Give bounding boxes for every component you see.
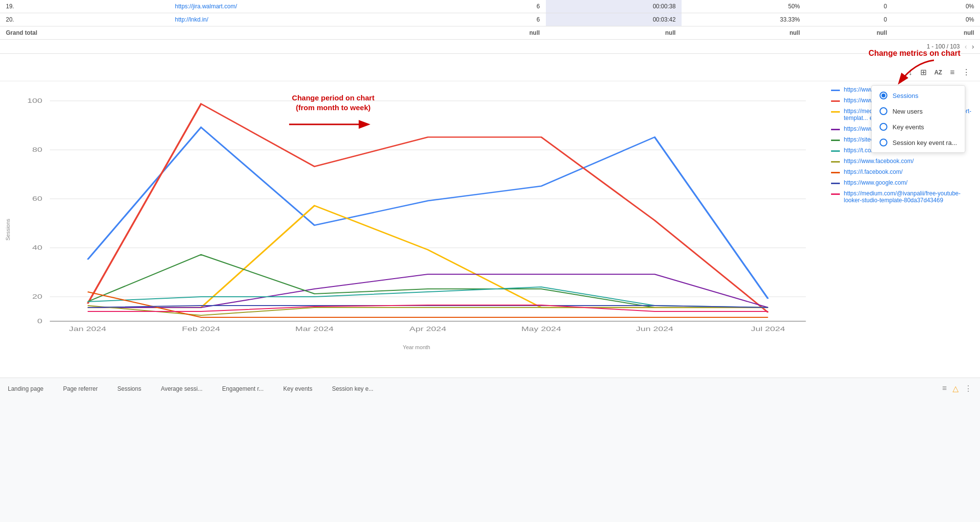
- legend-url-google[interactable]: https://www.google.com/: [844, 179, 907, 186]
- pagination-row: 1 - 100 / 103 ‹ ›: [0, 40, 980, 54]
- chart-type-button[interactable]: ⊞: [918, 67, 929, 78]
- filter-button[interactable]: ≡: [948, 67, 956, 78]
- grand-total-sessions: null: [459, 26, 546, 40]
- legend-url-medium-short[interactable]: https://medium.com/@ivanpalii/free-youtu…: [844, 190, 972, 204]
- svg-text:0: 0: [37, 318, 43, 324]
- svg-text:May 2024: May 2024: [521, 326, 562, 332]
- dropdown-item-new-users[interactable]: New users: [872, 103, 965, 119]
- legend-color-medium-short: [831, 193, 840, 195]
- row-avg-session: 00:03:42: [546, 13, 682, 26]
- row-url[interactable]: http://lnkd.in/: [169, 13, 459, 26]
- row-url[interactable]: https://jira.walmart.com/: [169, 0, 459, 13]
- grand-total-avg: null: [546, 26, 682, 40]
- svg-text:80: 80: [32, 146, 43, 153]
- x-axis-label: Year month: [20, 342, 813, 358]
- chart-svg: 100 80 60 40 20 0 Jan 2024 Feb 2024 Mar …: [20, 86, 813, 341]
- svg-text:Feb 2024: Feb 2024: [182, 326, 220, 332]
- row-num: 19.: [0, 0, 169, 13]
- toolbar-row: ↓ ⊞ AZ ≡ ⋮ Sessions New users Key events…: [0, 64, 980, 81]
- pagination-next[interactable]: ›: [972, 43, 974, 50]
- legend-color-medium-long: [831, 111, 840, 113]
- row-sessions: 6: [459, 0, 546, 13]
- dropdown-label-sessions: Sessions: [892, 92, 918, 99]
- radio-sessions: [880, 92, 887, 99]
- dropdown-label-session-key-rate: Session key event ra...: [892, 139, 957, 146]
- legend-color-linkedin: [831, 100, 840, 102]
- row-session-key-rate: 0%: [893, 0, 980, 13]
- row-engagement: 50%: [682, 0, 806, 13]
- metrics-dropdown: Sessions New users Key events Session ke…: [871, 85, 965, 153]
- grand-total-label: Grand total: [0, 26, 169, 40]
- col-page-referrer: Page referrer: [63, 385, 98, 392]
- svg-text:100: 100: [27, 97, 42, 104]
- dropdown-item-session-key-rate[interactable]: Session key event ra...: [872, 135, 965, 150]
- more-options-button[interactable]: ⋮: [960, 67, 972, 78]
- row-session-key-rate: 0%: [893, 13, 980, 26]
- row-num: 20.: [0, 13, 169, 26]
- y-axis-label: Sessions: [5, 218, 11, 240]
- chart-and-legend: Sessions 100 80 60 40 20 0 Jan 2024 Feb: [0, 81, 980, 378]
- legend-url-tco[interactable]: https://t.co/: [844, 147, 873, 154]
- svg-text:60: 60: [32, 195, 43, 202]
- bottom-warning-icon[interactable]: △: [953, 384, 958, 393]
- row-engagement: 33.33%: [682, 13, 806, 26]
- chart-container: Sessions 100 80 60 40 20 0 Jan 2024 Feb: [0, 81, 823, 378]
- legend-item-medium-short: https://medium.com/@ivanpalii/free-youtu…: [831, 190, 972, 204]
- row-key-events: 0: [806, 0, 893, 13]
- legend-color-lfacebook: [831, 172, 840, 173]
- dropdown-item-key-events[interactable]: Key events: [872, 119, 965, 135]
- grand-total-row: Grand total null null null null null: [0, 26, 980, 40]
- row-sessions: 6: [459, 13, 546, 26]
- svg-text:Mar 2024: Mar 2024: [295, 326, 334, 332]
- radio-new-users: [880, 107, 887, 115]
- download-button[interactable]: ↓: [906, 67, 914, 78]
- col-session-key-events: Session key e...: [332, 385, 373, 392]
- col-engagement: Engagement r...: [222, 385, 264, 392]
- table-row: 20. http://lnkd.in/ 6 00:03:42 33.33% 0 …: [0, 13, 980, 26]
- row-key-events: 0: [806, 13, 893, 26]
- col-key-events: Key events: [283, 385, 312, 392]
- legend-item-google: https://www.google.com/: [831, 179, 972, 186]
- grand-total-engagement: null: [682, 26, 806, 40]
- col-avg-session: Average sessi...: [161, 385, 202, 392]
- legend-color-google: [831, 183, 840, 184]
- row-avg-session: 00:00:38: [546, 0, 682, 13]
- dropdown-label-new-users: New users: [892, 108, 922, 115]
- grand-total-empty: [169, 26, 459, 40]
- grand-total-key-events: null: [806, 26, 893, 40]
- dropdown-label-key-events: Key events: [892, 123, 924, 131]
- legend-color-facebook: [831, 161, 840, 163]
- svg-text:Jul 2024: Jul 2024: [751, 326, 785, 332]
- svg-text:20: 20: [32, 293, 43, 300]
- legend-color-sitechecker: [831, 140, 840, 141]
- svg-text:Jan 2024: Jan 2024: [69, 326, 107, 332]
- radio-key-events: [880, 123, 887, 131]
- grand-total-rate: null: [893, 26, 980, 40]
- col-sessions: Sessions: [117, 385, 141, 392]
- bottom-icons: ≡ △ ⋮: [942, 384, 972, 393]
- svg-text:Jun 2024: Jun 2024: [636, 326, 674, 332]
- pagination-prev[interactable]: ‹: [965, 43, 967, 50]
- col-landing-page: Landing page: [8, 385, 44, 392]
- legend-url-facebook[interactable]: https://www.facebook.com/: [844, 158, 914, 165]
- bottom-filter-icon[interactable]: ≡: [942, 384, 947, 393]
- bottom-more-icon[interactable]: ⋮: [964, 384, 972, 393]
- legend-url-lfacebook[interactable]: https://l.facebook.com/: [844, 168, 903, 175]
- pagination-text: 1 - 100 / 103: [927, 43, 959, 50]
- legend-color-reddit: [831, 90, 840, 91]
- sort-az-button[interactable]: AZ: [932, 68, 944, 77]
- legend-color-tco: [831, 150, 840, 152]
- legend-item-facebook: https://www.facebook.com/: [831, 158, 972, 165]
- table-row: 19. https://jira.walmart.com/ 6 00:00:38…: [0, 0, 980, 13]
- legend-color-youtube: [831, 129, 840, 130]
- svg-text:40: 40: [32, 244, 43, 251]
- chart-area: Change metrics on chart ↓ ⊞ AZ ≡ ⋮ Sessi…: [0, 54, 980, 378]
- dropdown-item-sessions[interactable]: Sessions: [872, 88, 965, 103]
- data-table: 19. https://jira.walmart.com/ 6 00:00:38…: [0, 0, 980, 40]
- bottom-bar: Landing page Page referrer Sessions Aver…: [0, 378, 980, 399]
- radio-session-key-rate: [880, 139, 887, 146]
- legend-item-lfacebook: https://l.facebook.com/: [831, 168, 972, 175]
- svg-text:Apr 2024: Apr 2024: [410, 326, 446, 332]
- bottom-columns: Landing page Page referrer Sessions Aver…: [8, 385, 373, 392]
